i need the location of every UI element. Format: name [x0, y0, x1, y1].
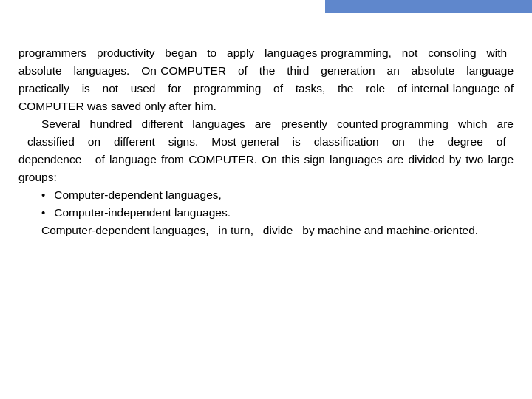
bullet-text-1: Computer-dependent languages, — [54, 186, 222, 204]
bullet-item-2: • Computer-independent languages. — [18, 204, 514, 222]
bullet-item-1: • Computer-dependent languages, — [18, 186, 514, 204]
top-accent-bar — [325, 0, 532, 13]
paragraph-1: programmers productivity began to apply … — [18, 44, 514, 115]
bullet-icon-2: • — [41, 204, 45, 221]
bullet-icon-1: • — [41, 186, 45, 203]
paragraph-2: Several hundred different languages are … — [18, 115, 514, 186]
bullet-list: • Computer-dependent languages, • Comput… — [18, 186, 514, 222]
main-content: programmers productivity began to apply … — [18, 44, 514, 377]
bullet-text-2: Computer-independent languages. — [54, 204, 231, 222]
paragraph-3: Computer-dependent languages, in turn, d… — [18, 222, 514, 239]
